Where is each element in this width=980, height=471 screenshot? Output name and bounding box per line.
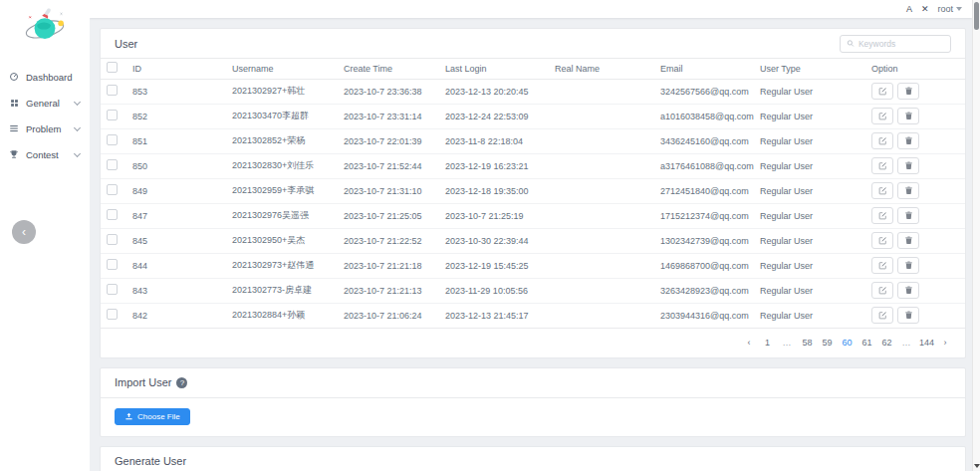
page-number[interactable]: 58 <box>800 338 815 348</box>
cell-create-time: 2023-10-7 23:31:14 <box>338 104 439 128</box>
cell-email: a1016038458@qq.com <box>654 104 754 128</box>
row-checkbox[interactable] <box>107 309 118 320</box>
row-checkbox[interactable] <box>107 284 118 295</box>
cell-option <box>865 253 965 278</box>
user-card: User IDUsernameCreate TimeLast Lo <box>100 28 966 358</box>
sidebar-item-problem[interactable]: Problem <box>0 116 90 141</box>
page-number[interactable]: 60 <box>840 338 855 348</box>
row-checkbox[interactable] <box>107 184 118 195</box>
page-number[interactable]: 61 <box>859 338 874 348</box>
delete-user-button[interactable] <box>897 257 919 274</box>
edit-user-button[interactable] <box>871 83 893 100</box>
sidebar-item-label: Problem <box>26 123 75 134</box>
upload-icon <box>124 412 133 421</box>
cell-id: 849 <box>126 178 226 203</box>
fullscreen-icon[interactable]: ✕ <box>921 0 929 18</box>
delete-user-button[interactable] <box>897 182 919 199</box>
row-checkbox[interactable] <box>107 159 118 170</box>
cell-username: 2021302852+荣杨 <box>226 128 338 153</box>
prev-page-button[interactable]: ‹ <box>743 338 755 348</box>
page-title: User <box>115 38 137 50</box>
row-checkbox[interactable] <box>107 134 118 145</box>
delete-user-button[interactable] <box>897 83 919 100</box>
edit-user-button[interactable] <box>871 307 893 324</box>
sidebar-collapse-button[interactable]: ‹ <box>12 220 36 244</box>
edit-user-button[interactable] <box>871 232 893 249</box>
delete-user-button[interactable] <box>897 108 919 124</box>
row-checkbox[interactable] <box>107 234 118 245</box>
cell-id: 843 <box>126 278 226 303</box>
delete-user-button[interactable] <box>897 282 919 299</box>
cell-option <box>865 153 965 178</box>
cell-user-type: Regular User <box>754 178 865 203</box>
row-checkbox[interactable] <box>107 209 118 220</box>
edit-icon <box>878 283 887 298</box>
option-buttons <box>871 105 959 128</box>
edit-user-button[interactable] <box>871 132 893 149</box>
sidebar-item-contest[interactable]: Contest <box>0 141 90 167</box>
page-number[interactable]: 144 <box>919 338 934 348</box>
cell-email: 1715212374@qq.com <box>654 203 754 228</box>
row-checkbox[interactable] <box>107 110 118 120</box>
page-number[interactable]: 1 <box>760 338 775 348</box>
sidebar-item-dashboard[interactable]: Dashboard <box>0 64 90 90</box>
edit-user-button[interactable] <box>871 182 893 199</box>
cell-user-type: Regular User <box>754 278 865 303</box>
cell-id: 852 <box>126 104 226 128</box>
choose-file-label: Choose File <box>137 412 180 421</box>
delete-user-button[interactable] <box>897 207 919 224</box>
edit-user-button[interactable] <box>871 282 893 299</box>
cell-real-name <box>549 104 654 128</box>
edit-icon <box>878 109 887 123</box>
column-header-option: Option <box>865 59 965 79</box>
search-input[interactable] <box>858 39 944 49</box>
column-header-real-name: Real Name <box>549 59 654 79</box>
delete-user-button[interactable] <box>897 157 919 174</box>
generate-user-title: Generate User <box>115 455 186 467</box>
cell-email: 3263428923@qq.com <box>654 278 754 303</box>
trash-icon <box>904 158 913 173</box>
cell-real-name <box>549 303 654 328</box>
choose-file-button[interactable]: Choose File <box>115 408 190 425</box>
row-checkbox-cell <box>101 278 126 303</box>
edit-user-button[interactable] <box>871 207 893 224</box>
cell-real-name <box>549 79 654 104</box>
user-menu[interactable]: root <box>937 4 962 14</box>
topbar: A ✕ root <box>90 0 972 18</box>
chevron-down-icon <box>74 123 81 130</box>
help-icon[interactable]: ? <box>176 377 187 388</box>
cell-option <box>865 278 965 303</box>
scrollbar-down-arrow-icon[interactable] <box>973 461 980 470</box>
pagination: ‹1…5859606162…144› <box>101 329 965 357</box>
import-user-card: Import User ? Choose File <box>100 367 966 437</box>
delete-user-button[interactable] <box>897 232 919 249</box>
sidebar-item-label: Contest <box>26 149 75 160</box>
edit-icon <box>878 208 887 223</box>
next-page-button[interactable]: › <box>939 338 951 348</box>
edit-user-button[interactable] <box>871 108 893 124</box>
table-row: 8452021302950+吴杰2023-10-7 21:22:522023-1… <box>101 228 965 253</box>
cell-username: 2021302830+刘佳乐 <box>226 153 338 178</box>
sidebar: DashboardGeneralProblemContest ‹ <box>0 0 90 471</box>
sidebar-item-general[interactable]: General <box>0 90 90 116</box>
cell-create-time: 2023-10-7 23:36:38 <box>338 79 439 104</box>
row-checkbox[interactable] <box>107 259 118 270</box>
row-checkbox-cell <box>101 178 126 203</box>
trash-icon <box>904 109 913 123</box>
delete-user-button[interactable] <box>897 132 919 149</box>
select-all-checkbox[interactable] <box>107 62 118 73</box>
page-number[interactable]: 59 <box>820 338 835 348</box>
table-row: 8532021302927+韩壮2023-10-7 23:36:382023-1… <box>101 79 965 104</box>
edit-user-button[interactable] <box>871 157 893 174</box>
scrollbar-thumb[interactable] <box>974 2 979 30</box>
language-icon[interactable]: A <box>906 0 912 18</box>
row-checkbox[interactable] <box>107 85 118 96</box>
scrollbar[interactable] <box>972 0 980 471</box>
option-buttons <box>871 154 959 178</box>
cell-email: 2712451840@qq.com <box>654 178 754 203</box>
cell-last-login: 2023-12-24 22:53:09 <box>439 104 549 128</box>
edit-user-button[interactable] <box>871 257 893 274</box>
cell-option <box>865 303 965 328</box>
delete-user-button[interactable] <box>897 307 919 324</box>
page-number[interactable]: 62 <box>879 338 894 348</box>
